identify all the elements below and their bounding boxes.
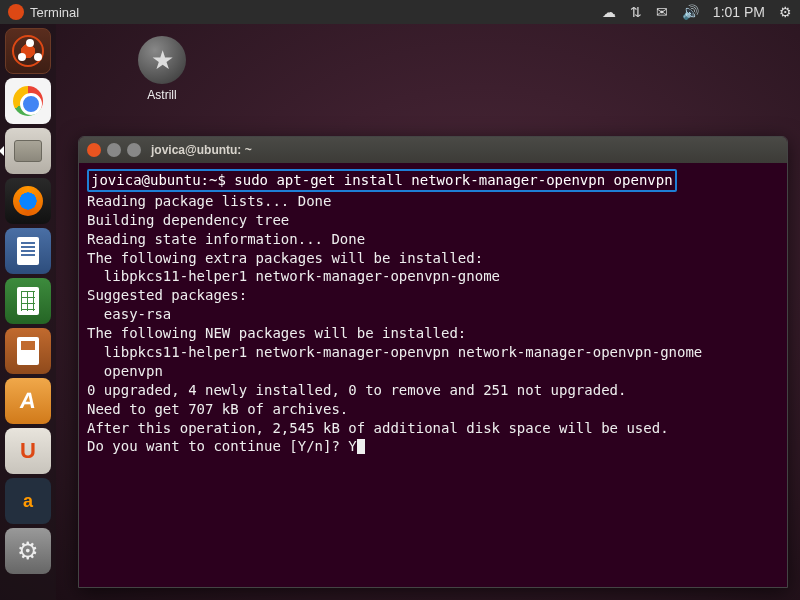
- launcher-libreoffice-writer[interactable]: [5, 228, 51, 274]
- terminal-line: libpkcs11-helper1 network-manager-openvp…: [87, 268, 500, 284]
- network-icon[interactable]: ⇅: [630, 4, 642, 20]
- volume-icon[interactable]: 🔊: [682, 4, 699, 20]
- terminal-window[interactable]: jovica@ubuntu: ~ jovica@ubuntu:~$ sudo a…: [78, 136, 788, 588]
- weather-icon[interactable]: ☁: [602, 4, 616, 20]
- launcher-ubuntu-one[interactable]: U: [5, 428, 51, 474]
- terminal-command: sudo apt-get install network-manager-ope…: [234, 172, 672, 188]
- terminal-line: The following NEW packages will be insta…: [87, 325, 466, 341]
- terminal-body[interactable]: jovica@ubuntu:~$ sudo apt-get install ne…: [79, 163, 787, 462]
- unity-launcher: A U a ⚙: [0, 24, 56, 600]
- files-icon: [14, 140, 42, 162]
- running-indicator-icon: [0, 146, 4, 156]
- window-close-button[interactable]: [87, 143, 101, 157]
- terminal-line: Need to get 707 kB of archives.: [87, 401, 348, 417]
- launcher-system-settings[interactable]: ⚙: [5, 528, 51, 574]
- terminal-line: easy-rsa: [87, 306, 171, 322]
- astrill-icon: ★: [138, 36, 186, 84]
- settings-gear-icon[interactable]: ⚙: [779, 4, 792, 20]
- window-maximize-button[interactable]: [127, 143, 141, 157]
- terminal-line: libpkcs11-helper1 network-manager-openvp…: [87, 344, 702, 360]
- launcher-files[interactable]: [5, 128, 51, 174]
- launcher-firefox[interactable]: [5, 178, 51, 224]
- active-app-name: Terminal: [30, 5, 79, 20]
- software-center-icon: A: [18, 388, 38, 414]
- chrome-icon: [13, 86, 43, 116]
- terminal-line: 0 upgraded, 4 newly installed, 0 to remo…: [87, 382, 626, 398]
- launcher-amazon[interactable]: a: [5, 478, 51, 524]
- dash-button[interactable]: [5, 28, 51, 74]
- window-minimize-button[interactable]: [107, 143, 121, 157]
- desktop-icon-label: Astrill: [130, 88, 194, 102]
- launcher-chrome[interactable]: [5, 78, 51, 124]
- terminal-cursor: [357, 439, 365, 454]
- terminal-title: jovica@ubuntu: ~: [151, 143, 252, 157]
- ubuntu-logo-icon: [8, 4, 24, 20]
- desktop-icon-astrill[interactable]: ★ Astrill: [130, 36, 194, 102]
- terminal-line: After this operation, 2,545 kB of additi…: [87, 420, 669, 436]
- launcher-libreoffice-impress[interactable]: [5, 328, 51, 374]
- terminal-line: openvpn: [87, 363, 163, 379]
- writer-icon: [17, 237, 39, 265]
- top-panel: Terminal ☁ ⇅ ✉ 🔊 1:01 PM ⚙: [0, 0, 800, 24]
- firefox-icon: [13, 186, 43, 216]
- impress-icon: [17, 337, 39, 365]
- terminal-line: Reading state information... Done: [87, 231, 365, 247]
- calc-icon: [17, 287, 39, 315]
- terminal-titlebar[interactable]: jovica@ubuntu: ~: [79, 137, 787, 163]
- terminal-line: Suggested packages:: [87, 287, 247, 303]
- terminal-prompt: jovica@ubuntu:~$: [91, 172, 226, 188]
- dash-icon: [12, 35, 44, 67]
- gear-icon: ⚙: [17, 537, 39, 565]
- terminal-line: Building dependency tree: [87, 212, 289, 228]
- terminal-line: The following extra packages will be ins…: [87, 250, 483, 266]
- launcher-libreoffice-calc[interactable]: [5, 278, 51, 324]
- mail-icon[interactable]: ✉: [656, 4, 668, 20]
- ubuntu-one-icon: U: [20, 438, 36, 464]
- launcher-software-center[interactable]: A: [5, 378, 51, 424]
- terminal-line: Do you want to continue [Y/n]? Y: [87, 438, 357, 454]
- terminal-line: Reading package lists... Done: [87, 193, 331, 209]
- amazon-icon: a: [23, 491, 33, 512]
- clock[interactable]: 1:01 PM: [713, 4, 765, 20]
